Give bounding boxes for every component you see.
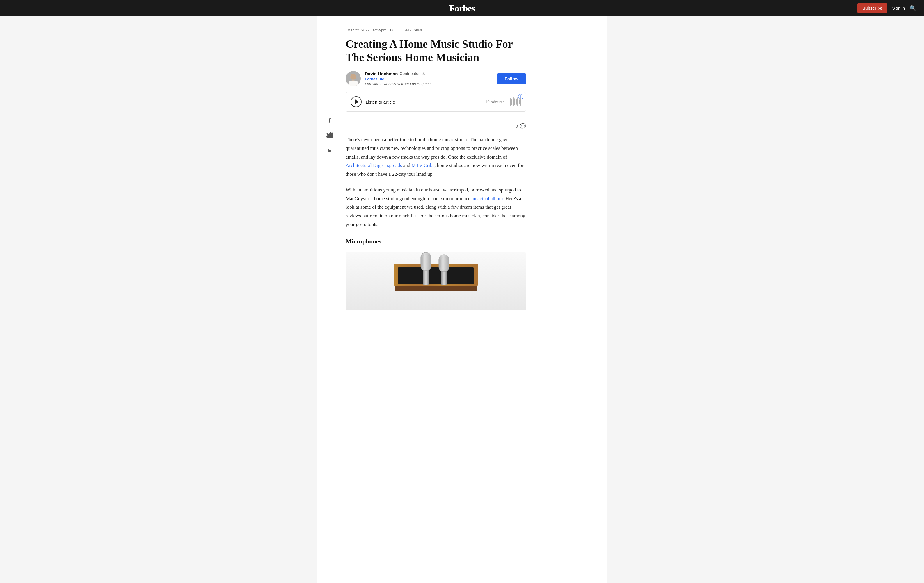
subscribe-button[interactable]: Subscribe [857, 3, 888, 13]
linkedin-share-icon[interactable]: in [325, 145, 335, 155]
play-button[interactable] [351, 96, 361, 107]
hamburger-icon[interactable]: ☰ [8, 5, 13, 12]
svg-rect-8 [398, 268, 474, 284]
twitter-share-icon[interactable] [325, 130, 335, 140]
waveform-bar [512, 99, 512, 105]
signin-link[interactable]: Sign In [892, 6, 905, 10]
author-left: David Hochman Contributor ⓘ ForbesLife I… [346, 71, 431, 86]
svg-point-3 [350, 74, 356, 80]
divider [346, 117, 526, 118]
page-wrapper: ƒ in Mar 22, 2022, 02:39pm EDT | 447 vie… [317, 16, 607, 583]
author-section[interactable]: ForbesLife [365, 77, 431, 81]
waveform-bar [510, 98, 511, 106]
audio-duration: 10 minutes [485, 99, 505, 104]
avatar[interactable] [346, 71, 361, 86]
navbar: ☰ Forbes Subscribe Sign In 🔍 [0, 0, 924, 16]
nav-right: Subscribe Sign In 🔍 [857, 3, 916, 13]
waveform-bar [520, 98, 521, 106]
microphone-image [346, 252, 526, 310]
author-name-row: David Hochman Contributor ⓘ [365, 71, 431, 76]
article-meta: Mar 22, 2022, 02:39pm EDT | 447 views [346, 28, 590, 32]
paragraph-2: With an ambitious young musician in our … [346, 186, 526, 229]
comment-count: 0 [516, 124, 518, 129]
svg-rect-12 [439, 254, 449, 272]
author-role: Contributor [399, 71, 419, 76]
audio-info-icon[interactable]: i [518, 94, 523, 99]
article-date: Mar 22, 2022, 02:39pm EDT [347, 28, 395, 32]
microphones-heading: Microphones [346, 236, 526, 247]
waveform-bar [514, 98, 515, 105]
social-sidebar: ƒ in [325, 115, 335, 155]
author-info: David Hochman Contributor ⓘ ForbesLife I… [365, 71, 431, 86]
author-info-icon[interactable]: ⓘ [422, 71, 425, 76]
svg-rect-9 [421, 252, 431, 271]
comment-count-row: 0 💬 [346, 123, 526, 129]
actual-album-link[interactable]: an actual album [472, 196, 503, 201]
meta-separator: | [400, 28, 401, 32]
author-name[interactable]: David Hochman [365, 71, 398, 76]
svg-rect-14 [441, 271, 447, 285]
follow-button[interactable]: Follow [497, 73, 526, 84]
waveform-bar [517, 97, 518, 106]
waveform-bar [508, 99, 510, 104]
article-title: Creating A Home Music Studio For The Ser… [346, 38, 532, 64]
nav-left: ☰ [8, 5, 13, 12]
svg-rect-4 [348, 81, 358, 86]
search-icon[interactable]: 🔍 [909, 5, 916, 12]
audio-player: Listen to article 10 minutes i [346, 92, 526, 112]
waveform-bar [513, 97, 514, 106]
mtv-cribs-link[interactable]: MTV Cribs [412, 163, 435, 168]
facebook-share-icon[interactable]: ƒ [325, 115, 335, 125]
play-icon [355, 99, 359, 104]
article-views: 447 views [405, 28, 422, 32]
listen-label: Listen to article [366, 99, 480, 104]
forbes-logo[interactable]: Forbes [449, 3, 475, 14]
svg-rect-11 [423, 271, 429, 285]
article-body: There's never been a better time to buil… [346, 135, 526, 310]
waveform-bar [516, 99, 517, 105]
architectural-digest-link[interactable]: Architectural Digest spreads [346, 163, 402, 168]
comment-icon[interactable]: 💬 [520, 123, 526, 129]
author-row: David Hochman Contributor ⓘ ForbesLife I… [346, 71, 526, 86]
paragraph-1: There's never been a better time to buil… [346, 135, 526, 178]
waveform-bar [519, 99, 520, 104]
author-bio: I provide a worldview from Los Angeles. [365, 82, 431, 86]
